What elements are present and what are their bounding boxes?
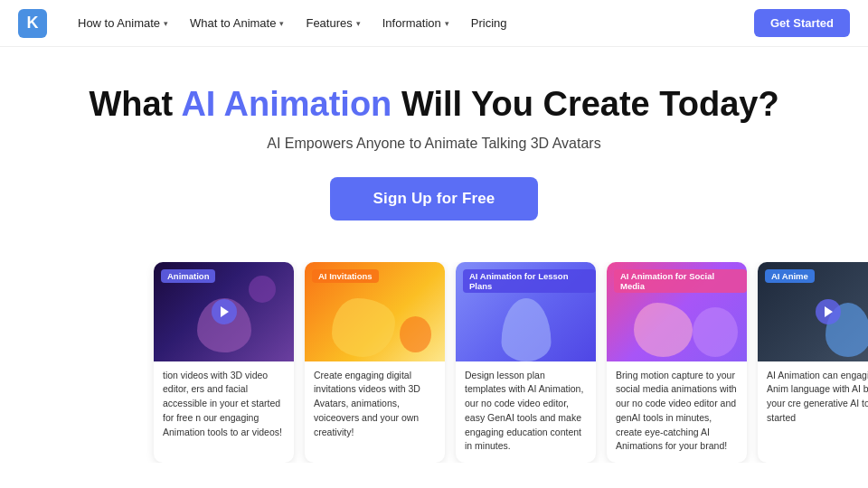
card-lesson-plans[interactable]: AI Animation for Lesson Plans Design les… [456, 262, 596, 464]
card-5-image: AI Anime [758, 262, 868, 361]
nav-label-how-to-animate: How to Animate [78, 16, 160, 30]
hero-title: What AI Animation Will You Create Today? [18, 85, 850, 125]
card-2-blob2 [400, 316, 431, 352]
card-2-label: AI Invitations [312, 269, 379, 283]
card-3-label: AI Animation for Lesson Plans [463, 269, 596, 293]
nav-item-features[interactable]: Features ▾ [297, 11, 369, 35]
nav-item-information[interactable]: Information ▾ [373, 11, 458, 35]
hero-section: What AI Animation Will You Create Today?… [0, 47, 868, 246]
nav-label-pricing: Pricing [471, 16, 507, 30]
nav-item-what-to-animate[interactable]: What to Animate ▾ [181, 11, 293, 35]
card-1-description: tion videos with 3D video editor, ers an… [163, 369, 285, 440]
nav-item-pricing[interactable]: Pricing [462, 11, 516, 35]
card-2-description: Create engaging digital invitations vide… [314, 369, 436, 440]
card-5-label: AI Anime [765, 269, 815, 283]
signup-button[interactable]: Sign Up for Free [330, 177, 539, 221]
hero-subtitle: AI Empowers Anyone to Animate Talking 3D… [18, 136, 850, 152]
card-animation[interactable]: Animation tion videos with 3D video edit… [154, 262, 294, 464]
card-anime[interactable]: AI Anime AI Animation can engaging Anim … [758, 262, 868, 464]
nav-label-what-to-animate: What to Animate [190, 16, 276, 30]
card-3-image: AI Animation for Lesson Plans [456, 262, 596, 361]
nav-label-features: Features [306, 16, 352, 30]
cards-row: Animation tion videos with 3D video edit… [0, 262, 868, 464]
card-1-label: Animation [161, 269, 215, 283]
card-4-body: Bring motion capture to your social medi… [607, 361, 747, 464]
navbar: K How to Animate ▾ What to Animate ▾ Fea… [0, 0, 868, 47]
play-icon [212, 299, 237, 324]
hero-title-prefix: What [89, 85, 181, 123]
chevron-down-icon: ▾ [279, 19, 284, 28]
card-1-blob2 [249, 276, 276, 303]
get-started-button[interactable]: Get Started [754, 9, 850, 37]
card-5-body: AI Animation can engaging Anim language … [758, 361, 868, 435]
card-4-blob2 [693, 307, 738, 357]
chevron-down-icon: ▾ [164, 19, 168, 28]
nav-item-how-to-animate[interactable]: How to Animate ▾ [69, 11, 177, 35]
card-1-body: tion videos with 3D video editor, ers an… [154, 361, 294, 449]
hero-title-highlight: AI Animation [181, 85, 392, 123]
cards-section: Animation tion videos with 3D video edit… [0, 246, 868, 464]
play-icon-5 [816, 299, 841, 324]
card-3-description: Design lesson plan templates with AI Ani… [465, 369, 587, 455]
card-3-body: Design lesson plan templates with AI Ani… [456, 361, 596, 464]
card-4-image: AI Animation for Social Media [607, 262, 747, 361]
nav-links: How to Animate ▾ What to Animate ▾ Featu… [69, 11, 754, 35]
card-social-media[interactable]: AI Animation for Social Media Bring moti… [607, 262, 747, 464]
card-2-image: AI Invitations [305, 262, 445, 361]
card-4-description: Bring motion capture to your social medi… [616, 369, 738, 455]
card-1-image: Animation [154, 262, 294, 361]
logo[interactable]: K [18, 9, 47, 38]
card-4-label: AI Animation for Social Media [614, 269, 747, 293]
card-4-blob1 [634, 303, 693, 357]
hero-title-suffix: Will You Create Today? [392, 85, 778, 123]
card-3-blob1 [501, 298, 551, 361]
logo-icon: K [18, 9, 47, 38]
chevron-down-icon: ▾ [356, 19, 361, 28]
card-invitations[interactable]: AI Invitations Create engaging digital i… [305, 262, 445, 464]
card-2-blob1 [332, 298, 395, 357]
chevron-down-icon: ▾ [445, 19, 449, 28]
card-2-body: Create engaging digital invitations vide… [305, 361, 445, 449]
card-5-description: AI Animation can engaging Anim language … [767, 369, 868, 426]
nav-label-information: Information [382, 16, 441, 30]
